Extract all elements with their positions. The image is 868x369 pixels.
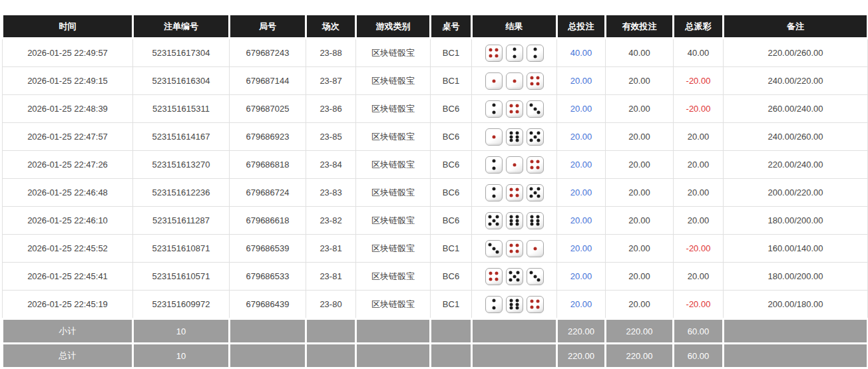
remark-cell: 260.00/240.00 xyxy=(724,95,868,123)
time-cell: 2026-01-25 22:49:57 xyxy=(3,39,133,67)
round-id-cell: 679686724 xyxy=(230,179,306,207)
table-no-cell: BC6 xyxy=(431,151,472,179)
subtotal-count: 10 xyxy=(133,319,230,344)
total-bet-link[interactable]: 20.00 xyxy=(570,132,592,142)
total-bet-cell: 20.00 xyxy=(557,151,606,179)
total-bet-cell: 20.00 xyxy=(557,179,606,207)
time-cell: 2026-01-25 22:45:41 xyxy=(3,263,133,291)
total-bet-link[interactable]: 20.00 xyxy=(570,104,592,114)
dice-result xyxy=(475,296,554,313)
dice-result xyxy=(475,156,554,174)
table-row: 2026-01-25 22:45:19 523151609972 6796864… xyxy=(3,291,868,319)
result-cell xyxy=(472,123,557,151)
valid-bet-cell: 20.00 xyxy=(606,263,674,291)
valid-bet-cell: 20.00 xyxy=(606,235,674,263)
session-cell: 23-83 xyxy=(306,179,356,207)
payout-cell: 20.00 xyxy=(674,263,724,291)
die-icon xyxy=(506,156,523,174)
subtotal-valid-bet: 220.00 xyxy=(606,319,674,344)
total-bet-cell: 20.00 xyxy=(557,235,606,263)
result-cell xyxy=(472,151,557,179)
die-icon xyxy=(485,156,503,174)
total-bet-link[interactable]: 20.00 xyxy=(570,160,592,170)
die-icon xyxy=(506,268,523,285)
total-count: 10 xyxy=(133,344,230,368)
table-row: 2026-01-25 22:46:10 523151611287 6796866… xyxy=(3,207,868,235)
table-no-cell: BC1 xyxy=(431,235,472,263)
total-bet-link[interactable]: 20.00 xyxy=(570,271,592,281)
table-no-cell: BC6 xyxy=(431,123,472,151)
game-type-cell: 区块链骰宝 xyxy=(356,179,431,207)
round-id-cell: 679687144 xyxy=(230,67,306,95)
game-type-cell: 区块链骰宝 xyxy=(356,235,431,263)
round-id-cell: 679686923 xyxy=(230,123,306,151)
time-cell: 2026-01-25 22:49:15 xyxy=(3,67,133,95)
payout-cell: 20.00 xyxy=(674,151,724,179)
col-payout: 总派彩 xyxy=(674,15,724,39)
payout-cell: 20.00 xyxy=(674,123,724,151)
bet-id-cell: 523151614167 xyxy=(133,123,230,151)
table-row: 2026-01-25 22:46:48 523151612236 6796867… xyxy=(3,179,868,207)
die-icon xyxy=(527,45,544,62)
total-bet-link[interactable]: 20.00 xyxy=(570,187,592,197)
round-id-cell: 679687243 xyxy=(230,39,306,67)
table-footer: 小计 10 220.00 220.00 60.00 总计 10 xyxy=(3,319,868,368)
session-cell: 23-87 xyxy=(306,67,356,95)
total-bet-cell: 20.00 xyxy=(557,67,606,95)
die-icon xyxy=(527,212,544,229)
subtotal-total-bet: 220.00 xyxy=(557,319,606,344)
payout-cell: -20.00 xyxy=(674,291,724,319)
die-icon xyxy=(485,100,503,118)
total-row: 总计 10 220.00 220.00 60.00 xyxy=(3,344,868,368)
col-game-type: 游戏类别 xyxy=(356,15,431,39)
bet-id-cell: 523151610571 xyxy=(133,263,230,291)
die-icon xyxy=(506,100,523,118)
table-row: 2026-01-25 22:48:39 523151615311 6796870… xyxy=(3,95,868,123)
game-type-cell: 区块链骰宝 xyxy=(356,39,431,67)
dice-result xyxy=(475,212,554,229)
col-remark: 备注 xyxy=(724,15,868,39)
total-valid-bet: 220.00 xyxy=(606,344,674,368)
col-session: 场次 xyxy=(306,15,356,39)
die-icon xyxy=(485,240,503,257)
die-icon xyxy=(527,100,544,118)
remark-cell: 200.00/220.00 xyxy=(724,179,868,207)
col-table-no: 桌号 xyxy=(431,15,472,39)
time-cell: 2026-01-25 22:46:10 xyxy=(3,207,133,235)
time-cell: 2026-01-25 22:47:26 xyxy=(3,151,133,179)
bet-records-table: 时间 注单编号 局号 场次 游戏类别 桌号 结果 总投注 有效投注 总派彩 备注… xyxy=(1,13,868,369)
remark-cell: 220.00/240.00 xyxy=(724,151,868,179)
col-result: 结果 xyxy=(472,15,557,39)
valid-bet-cell: 20.00 xyxy=(606,67,674,95)
total-bet-link[interactable]: 20.00 xyxy=(570,299,592,309)
total-bet-link[interactable]: 40.00 xyxy=(570,48,592,58)
bet-id-cell: 523151617304 xyxy=(133,39,230,67)
valid-bet-cell: 20.00 xyxy=(606,291,674,319)
result-cell xyxy=(472,39,557,67)
die-icon xyxy=(485,296,503,313)
total-bet-cell: 20.00 xyxy=(557,207,606,235)
die-icon xyxy=(506,240,523,257)
valid-bet-cell: 20.00 xyxy=(606,95,674,123)
col-valid-bet: 有效投注 xyxy=(606,15,674,39)
game-type-cell: 区块链骰宝 xyxy=(356,151,431,179)
total-label: 总计 xyxy=(3,344,133,368)
die-icon xyxy=(527,156,544,174)
total-bet-link[interactable]: 20.00 xyxy=(570,243,592,253)
dice-result xyxy=(475,184,554,201)
dice-result xyxy=(475,45,554,62)
table-body: 2026-01-25 22:49:57 523151617304 6796872… xyxy=(3,39,868,319)
table-no-cell: BC1 xyxy=(431,39,472,67)
bet-id-cell: 523151609972 xyxy=(133,291,230,319)
valid-bet-cell: 20.00 xyxy=(606,151,674,179)
round-id-cell: 679686439 xyxy=(230,291,306,319)
time-cell: 2026-01-25 22:45:52 xyxy=(3,235,133,263)
bet-id-cell: 523151612236 xyxy=(133,179,230,207)
table-row: 2026-01-25 22:49:15 523151616304 6796871… xyxy=(3,67,868,95)
remark-cell: 200.00/180.00 xyxy=(724,291,868,319)
payout-cell: -20.00 xyxy=(674,235,724,263)
game-type-cell: 区块链骰宝 xyxy=(356,95,431,123)
total-bet-link[interactable]: 20.00 xyxy=(570,76,592,86)
total-bet-link[interactable]: 20.00 xyxy=(570,215,592,225)
die-icon xyxy=(485,128,503,146)
